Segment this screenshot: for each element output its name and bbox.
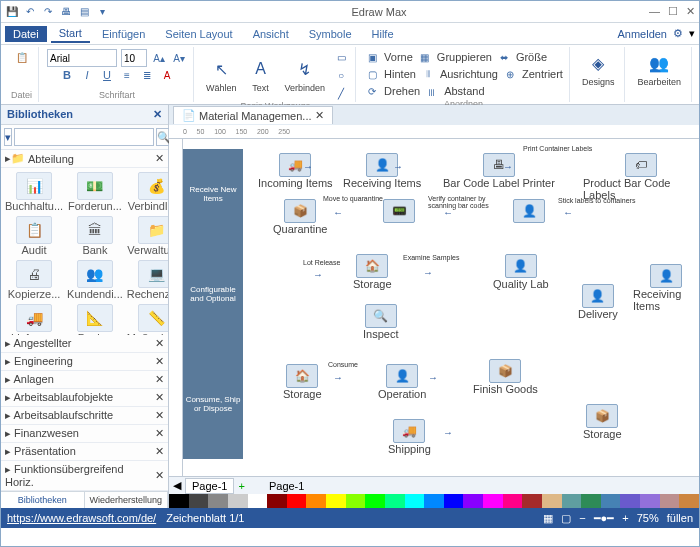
library-category-row[interactable]: ▸ Funktionsübergreifend Horiz.✕ [1,461,168,491]
color-swatch[interactable] [463,494,483,508]
align-icon[interactable]: ≣ [139,67,155,83]
qat-undo-icon[interactable]: ↶ [23,5,37,19]
font-size-input[interactable] [121,49,147,67]
color-swatch[interactable] [601,494,621,508]
library-category-row[interactable]: ▸ Präsentation✕ [1,443,168,461]
color-swatch[interactable] [365,494,385,508]
color-swatch[interactable] [620,494,640,508]
chevron-down-icon[interactable]: ▾ [689,27,695,40]
edit-button[interactable]: 👥Bearbeiten [633,49,685,89]
distribute-icon[interactable]: ⫼ [424,83,440,99]
zoom-out-icon[interactable]: − [579,512,585,524]
node-shipping[interactable]: 🚚Shipping [388,419,431,455]
library-shape[interactable]: 💵Forderun... [67,172,123,212]
color-swatch[interactable] [562,494,582,508]
back-icon[interactable]: ▢ [364,66,380,82]
node-finish[interactable]: 📦Finish Goods [473,359,538,395]
document-tab[interactable]: 📄Material Managemen...✕ [173,106,333,124]
library-close-icon[interactable]: ✕ [153,108,162,121]
library-category-row[interactable]: ▸ Anlagen✕ [1,371,168,389]
paste-icon[interactable]: 📋 [14,49,30,65]
qat-redo-icon[interactable]: ↷ [41,5,55,19]
color-swatch[interactable] [228,494,248,508]
node-storage2[interactable]: 🏠Storage [283,364,322,400]
gear-icon[interactable]: ⚙ [673,27,683,40]
library-shape[interactable]: 📐Design [67,304,123,335]
bold-button[interactable]: B [59,67,75,83]
node-storage3[interactable]: 📦Storage [583,404,622,440]
library-shape[interactable]: 🖨Kopierze... [5,260,63,300]
library-shape[interactable]: 🚚Lieferung [5,304,63,335]
shape-line-icon[interactable]: ╱ [333,85,349,101]
color-swatch[interactable] [483,494,503,508]
node-receiving[interactable]: 👤Receiving Items [343,153,421,189]
doc-close-icon[interactable]: ✕ [315,109,324,122]
color-swatch[interactable] [208,494,228,508]
qat-dropdown-icon[interactable]: ▾ [95,5,109,19]
library-shape[interactable]: 📁Verwaltun... [127,216,168,256]
tab-help[interactable]: Hilfe [364,26,402,42]
library-category-row[interactable]: ▸ Angestellter✕ [1,335,168,353]
zoom-in-icon[interactable]: + [622,512,628,524]
color-swatch[interactable] [424,494,444,508]
library-category-row[interactable]: ▸ Arbeitsablaufschritte✕ [1,407,168,425]
page-tab[interactable]: Page-1 [185,478,234,494]
node-inspect[interactable]: 🔍Inspect [363,304,398,340]
color-swatch[interactable] [189,494,209,508]
view-normal-icon[interactable]: ▦ [543,512,553,525]
status-url[interactable]: https://www.edrawsoft.com/de/ [7,512,156,524]
node-operation[interactable]: 👤Operation [378,364,426,400]
shape-circle-icon[interactable]: ○ [333,67,349,83]
page-add-icon[interactable]: + [238,480,244,492]
text-tool[interactable]: AText [245,55,277,95]
node-labels[interactable]: 🏷Product Bar Code Labels [583,153,699,201]
qat-preview-icon[interactable]: ▤ [77,5,91,19]
size-icon[interactable]: ⬌ [496,49,512,65]
front-icon[interactable]: ▣ [364,49,380,65]
center-icon[interactable]: ⊕ [502,66,518,82]
close-icon[interactable]: ✕ [686,5,695,18]
tab-insert[interactable]: Einfügen [94,26,153,42]
tab-symbols[interactable]: Symbole [301,26,360,42]
node-qualitylab[interactable]: 👤Quality Lab [493,254,549,290]
color-swatch[interactable] [581,494,601,508]
libtab-restore[interactable]: Wiederherstellung [85,492,169,508]
font-shrink-icon[interactable]: A▾ [171,50,187,66]
library-filter-icon[interactable]: ▾ [4,128,12,146]
color-swatch[interactable] [385,494,405,508]
view-page-icon[interactable]: ▢ [561,512,571,525]
color-swatch[interactable] [640,494,660,508]
node-incoming[interactable]: 🚚Incoming Items [258,153,333,189]
color-swatch[interactable] [346,494,366,508]
page-tab-alt[interactable]: Page-1 [269,480,304,492]
node-delivery[interactable]: 👤Delivery [578,284,618,320]
library-search-input[interactable] [14,128,154,146]
zoom-fit[interactable]: füllen [667,512,693,524]
library-shape[interactable]: 👥Kundendi... [67,260,123,300]
color-swatch[interactable] [444,494,464,508]
libtab-libraries[interactable]: Bibliotheken [1,492,85,508]
qat-print-icon[interactable]: 🖶 [59,5,73,19]
color-swatch[interactable] [267,494,287,508]
select-tool[interactable]: ↖Wählen [202,55,241,95]
node-printer[interactable]: 🖶Bar Code Label Printer [443,153,555,189]
color-swatch[interactable] [248,494,268,508]
bullets-icon[interactable]: ≡ [119,67,135,83]
tab-file[interactable]: Datei [5,26,47,42]
color-palette[interactable] [169,494,699,508]
zoom-slider[interactable]: ━●━ [594,512,615,525]
page-nav-prev[interactable]: ◀ [173,479,181,492]
library-category-row[interactable]: ▸ Engineering✕ [1,353,168,371]
library-shape[interactable]: 📏Maßnahm... [127,304,168,335]
library-category[interactable]: ▸📁Abteilung✕ [1,150,168,168]
canvas-page[interactable]: Receive New Items Configurable and Optio… [183,139,699,476]
color-swatch[interactable] [522,494,542,508]
color-swatch[interactable] [306,494,326,508]
align-tool-icon[interactable]: ⫴ [420,66,436,82]
color-swatch[interactable] [326,494,346,508]
library-shape[interactable]: 💰Verbindlic... [127,172,168,212]
qat-save-icon[interactable]: 💾 [5,5,19,19]
rotate-icon[interactable]: ⟳ [364,83,380,99]
login-link[interactable]: Anmelden [617,28,667,40]
library-shape[interactable]: 📋Audit [5,216,63,256]
